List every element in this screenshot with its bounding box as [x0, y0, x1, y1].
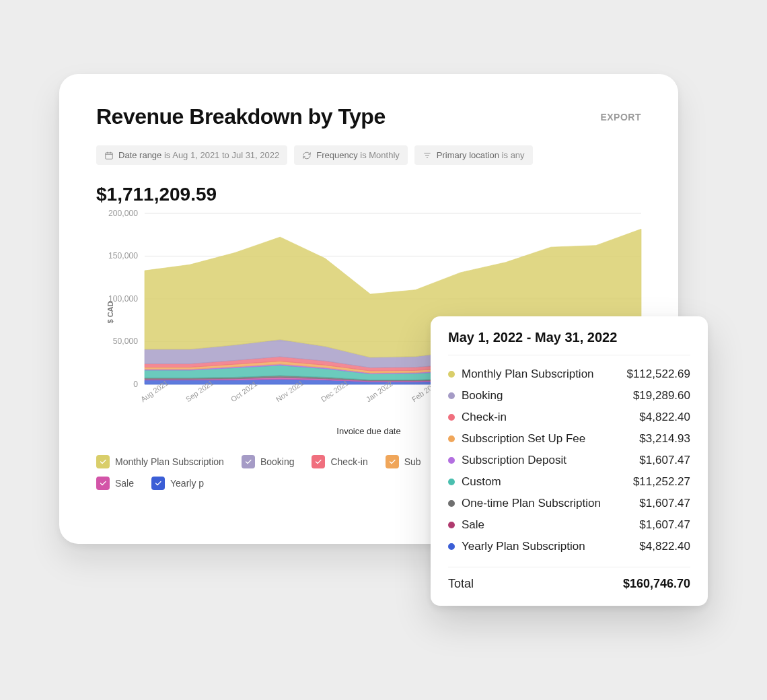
card-header: Revenue Breakdown by Type EXPORT [96, 104, 641, 129]
legend-item[interactable]: Sale [96, 477, 134, 490]
tooltip-row-label: One-time Plan Subscription [462, 497, 601, 510]
tooltip-row: Monthly Plan Subscription $112,522.69 [448, 363, 690, 385]
filter-primary-location[interactable]: Primary location is any [414, 145, 533, 165]
series-dot [448, 543, 455, 550]
tooltip-card: May 1, 2022 - May 31, 2022 Monthly Plan … [431, 316, 708, 606]
series-dot [448, 522, 455, 528]
legend-swatch [96, 477, 110, 490]
legend-item[interactable]: Monthly Plan Subscription [96, 455, 224, 468]
tooltip-total-label: Total [448, 577, 474, 591]
legend-swatch [242, 455, 255, 468]
tooltip-total-value: $160,746.70 [623, 577, 690, 591]
tooltip-row: Subscription Deposit $1,607.47 [448, 450, 690, 471]
svg-rect-0 [106, 152, 113, 158]
legend-item[interactable]: Sub [386, 455, 421, 468]
tooltip-row-label: Sale [462, 518, 484, 532]
svg-text:50,000: 50,000 [113, 337, 138, 347]
tooltip-row: Booking $19,289.60 [448, 385, 690, 407]
total-amount: $1,711,209.59 [96, 184, 641, 205]
legend-label: Booking [260, 456, 295, 467]
tooltip-row-value: $1,607.47 [639, 497, 690, 510]
tooltip-row-value: $112,522.69 [626, 368, 690, 381]
tooltip-row-value: $4,822.40 [639, 411, 690, 424]
tooltip-row-label: Custom [462, 475, 501, 489]
svg-text:0: 0 [133, 380, 138, 389]
calendar-icon [104, 151, 114, 160]
legend-label: Monthly Plan Subscription [115, 456, 224, 467]
legend-swatch [386, 455, 399, 468]
export-button[interactable]: EXPORT [600, 112, 641, 123]
tooltip-row-label: Booking [462, 389, 503, 403]
legend-label: Yearly p [170, 478, 204, 489]
legend-swatch [96, 455, 110, 468]
series-dot [448, 392, 455, 399]
tooltip-row-value: $3,214.93 [639, 432, 690, 446]
tooltip-total: Total $160,746.70 [448, 567, 690, 591]
page-title: Revenue Breakdown by Type [96, 104, 386, 129]
series-dot [448, 457, 455, 464]
refresh-icon [302, 151, 312, 160]
series-dot [448, 500, 455, 507]
tooltip-row-value: $4,822.40 [639, 540, 690, 553]
svg-text:200,000: 200,000 [108, 209, 138, 218]
legend-label: Sale [115, 478, 134, 489]
tooltip-row: Subscription Set Up Fee $3,214.93 [448, 428, 690, 450]
series-dot [448, 435, 455, 442]
series-dot [448, 479, 455, 485]
tooltip-title: May 1, 2022 - May 31, 2022 [448, 330, 690, 355]
y-axis-label: $ CAD [106, 301, 114, 323]
series-dot [448, 371, 455, 378]
svg-text:150,000: 150,000 [108, 252, 138, 261]
legend-label: Sub [404, 456, 421, 467]
tooltip-row-label: Monthly Plan Subscription [462, 368, 594, 381]
series-dot [448, 414, 455, 421]
tooltip-row: Yearly Plan Subscription $4,822.40 [448, 536, 690, 557]
legend-item[interactable]: Check-in [312, 455, 367, 468]
legend-swatch [151, 477, 165, 490]
legend-swatch [312, 455, 325, 468]
tooltip-row-value: $1,607.47 [639, 518, 690, 532]
tooltip-row-value: $1,607.47 [639, 454, 690, 467]
tooltip-row-label: Yearly Plan Subscription [462, 540, 585, 553]
filter-frequency[interactable]: Frequency is Monthly [294, 145, 408, 165]
filter-date-range[interactable]: Date range is Aug 1, 2021 to Jul 31, 202… [96, 145, 287, 165]
tooltip-row: Sale $1,607.47 [448, 514, 690, 536]
svg-text:100,000: 100,000 [108, 294, 138, 304]
legend-item[interactable]: Booking [242, 455, 295, 468]
tooltip-row-value: $19,289.60 [633, 389, 690, 403]
tooltip-rows: Monthly Plan Subscription $112,522.69 Bo… [448, 355, 690, 567]
tooltip-row-label: Subscription Deposit [462, 454, 567, 467]
filter-icon [423, 151, 432, 160]
tooltip-row: Custom $11,252.27 [448, 471, 690, 493]
tooltip-row: One-time Plan Subscription $1,607.47 [448, 493, 690, 514]
tooltip-row-value: $11,252.27 [633, 475, 690, 489]
filter-bar: Date range is Aug 1, 2021 to Jul 31, 202… [96, 145, 641, 165]
legend-label: Check-in [330, 456, 367, 467]
legend-item[interactable]: Yearly p [151, 477, 204, 490]
tooltip-row-label: Subscription Set Up Fee [462, 432, 585, 446]
tooltip-row-label: Check-in [462, 411, 507, 424]
tooltip-row: Check-in $4,822.40 [448, 407, 690, 428]
